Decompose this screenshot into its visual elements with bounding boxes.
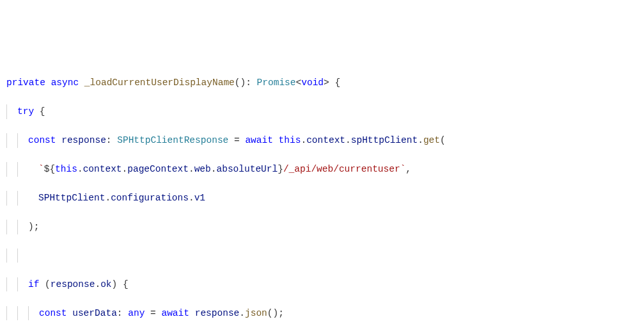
code-line: private async _loadCurrentUserDisplayNam… (6, 76, 638, 90)
code-line: const response: SPHttpClientResponse = a… (6, 133, 638, 147)
function-name: _loadCurrentUserDisplayName (84, 77, 235, 88)
keyword-private: private (6, 77, 45, 88)
code-line: SPHttpClient.configurations.v1 (6, 191, 638, 205)
keyword-const: const (28, 135, 56, 145)
keyword-async: async (51, 77, 79, 88)
code-line: const userData: any = await response.jso… (6, 306, 638, 320)
code-line: if (response.ok) { (6, 277, 638, 291)
keyword-void: void (301, 77, 324, 88)
code-block: private async _loadCurrentUserDisplayNam… (6, 61, 638, 326)
code-line (6, 249, 638, 263)
keyword-try: try (17, 106, 34, 117)
type-promise: Promise (257, 77, 296, 88)
code-line: `${this.context.pageContext.web.absolute… (6, 162, 638, 176)
code-line: try { (6, 104, 638, 118)
code-line: ); (6, 220, 638, 234)
